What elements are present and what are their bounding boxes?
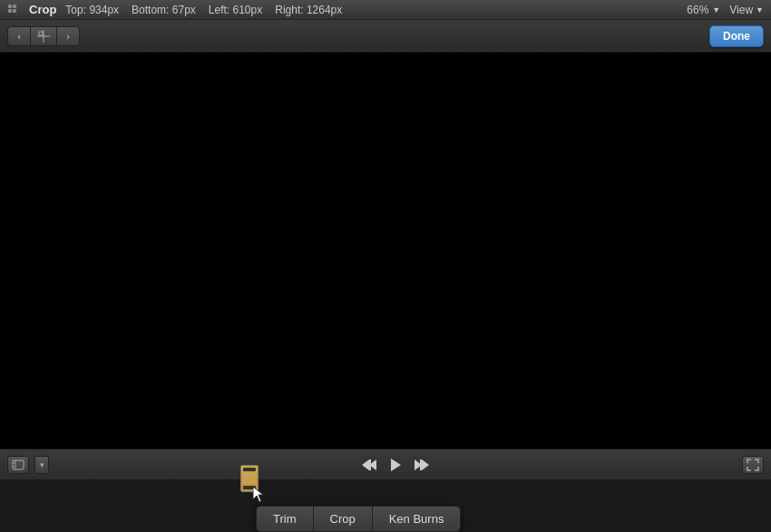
- clip-view-dropdown[interactable]: ▾: [34, 456, 49, 474]
- view-menu[interactable]: View ▼: [729, 4, 764, 16]
- svg-rect-8: [13, 460, 24, 469]
- svg-marker-15: [391, 459, 401, 471]
- svg-rect-18: [420, 459, 422, 470]
- forward-button[interactable]: ›: [56, 26, 80, 46]
- film-clip[interactable]: [240, 465, 260, 494]
- expand-button[interactable]: [742, 456, 764, 474]
- bottom-label: Bottom: 67px: [132, 4, 196, 16]
- left-label: Left: 610px: [209, 4, 262, 16]
- transport-controls: [359, 456, 432, 474]
- svg-rect-4: [39, 32, 43, 35]
- cursor-icon: [253, 487, 266, 507]
- canvas-area: Trim Crop Ken Burns: [0, 53, 771, 449]
- rewind-button[interactable]: [359, 457, 379, 473]
- bottom-bar: ▾: [0, 449, 771, 479]
- svg-rect-2: [8, 9, 12, 13]
- svg-rect-1: [13, 5, 16, 8]
- clip-view-button[interactable]: [7, 456, 29, 474]
- svg-rect-3: [13, 9, 16, 13]
- back-button[interactable]: ‹: [7, 26, 31, 46]
- context-menu: Trim Crop Ken Burns: [256, 506, 461, 532]
- play-button[interactable]: [386, 456, 405, 474]
- fast-forward-button[interactable]: [412, 457, 432, 473]
- svg-marker-17: [422, 459, 429, 470]
- context-menu-ken-burns[interactable]: Ken Burns: [373, 507, 461, 531]
- app-icon: [7, 4, 20, 16]
- dropdown-arrow-icon: ▾: [40, 460, 44, 469]
- svg-marker-7: [253, 487, 263, 502]
- done-button[interactable]: Done: [709, 25, 764, 47]
- center-button[interactable]: [31, 26, 56, 46]
- crop-info: Top: 934px Bottom: 67px Left: 610px Righ…: [65, 4, 342, 16]
- context-menu-crop[interactable]: Crop: [314, 507, 373, 531]
- context-menu-trim[interactable]: Trim: [257, 507, 314, 531]
- zoom-level[interactable]: 66% ▼: [687, 4, 720, 16]
- top-menu-bar: Crop Top: 934px Bottom: 67px Left: 610px…: [0, 0, 771, 20]
- top-label: Top: 934px: [65, 4, 119, 16]
- toolbar: ‹ › Done: [0, 20, 771, 53]
- top-bar-title: Crop: [29, 3, 56, 16]
- svg-marker-12: [362, 459, 369, 470]
- nav-button-group: ‹ ›: [7, 26, 80, 46]
- svg-rect-0: [8, 5, 12, 8]
- right-label: Right: 1264px: [275, 4, 342, 16]
